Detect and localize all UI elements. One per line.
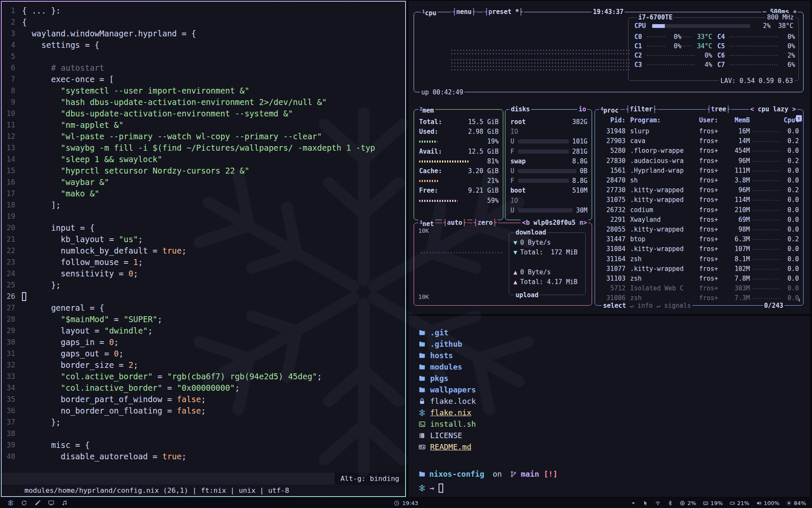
bar-sun-module[interactable]: 84% xyxy=(786,500,806,506)
line-number: 9 xyxy=(6,97,22,108)
process-row[interactable]: 28055.kitty-wrappedfros+98M0.0 xyxy=(599,225,799,235)
code-line[interactable]: 27 general = { xyxy=(6,302,405,314)
preset-button[interactable]: ┤preset *├ xyxy=(483,8,524,16)
process-row[interactable]: 5712Isolated Web Cfros+303M0.0 xyxy=(599,284,799,293)
net-zero-button[interactable]: ┤zero├ xyxy=(472,218,498,227)
wifi-icon xyxy=(655,500,661,506)
bar-refresh-button[interactable] xyxy=(21,500,27,506)
line-number: 36 xyxy=(6,405,22,417)
ram-icon xyxy=(703,500,708,506)
process-row[interactable]: 2291Xwaylandfros+69M0.0 xyxy=(599,215,799,225)
bar-ram-module[interactable]: 19% xyxy=(703,500,723,506)
code-line[interactable]: 25 }; xyxy=(6,279,405,291)
bar-pointer-module[interactable] xyxy=(643,500,648,506)
code-line[interactable]: 28 "$mainMod" = "SUPER"; xyxy=(6,314,405,325)
code-line[interactable]: 37 }; xyxy=(6,417,405,428)
code-line[interactable]: 35 border_part_of_window = false; xyxy=(6,394,405,405)
code-line[interactable]: 32 border_size = 2; xyxy=(6,359,405,371)
file-item: pkgs xyxy=(419,373,810,384)
terminal-window[interactable]: .git.githubhostsmodulespkgswallpapersfla… xyxy=(409,316,810,497)
code-line[interactable]: 21 kb_layout = "us"; xyxy=(6,234,405,245)
process-row[interactable]: 31447btopfros+6.3M0.2 xyxy=(599,235,799,244)
disks-io-toggle[interactable]: io xyxy=(577,105,587,113)
code-line[interactable]: 12 "wl-paste --primary --watch wl-copy -… xyxy=(6,131,405,142)
code-line[interactable]: 36 no_border_on_floating = false; xyxy=(6,405,405,417)
process-row[interactable]: 27830.audacious-wrafros+96M0.2 xyxy=(599,156,799,166)
code-line[interactable]: 18 ]; xyxy=(6,199,405,211)
code-line[interactable]: 33 "col.active_border" = "rgb(cba6f7) rg… xyxy=(6,371,405,382)
bar-caret-module[interactable] xyxy=(631,500,636,506)
process-row[interactable]: 28470shfros+3.8M0.0 xyxy=(599,176,799,185)
code-area[interactable]: 1{ ... }:2{3 wayland.windowManager.hyprl… xyxy=(2,2,405,496)
code-line[interactable]: 23 follow_mouse = 1; xyxy=(6,257,405,268)
code-line[interactable]: 13 "swaybg -m fill -i $(find ~/Pictures/… xyxy=(6,142,405,154)
code-line[interactable]: 20 input = { xyxy=(6,222,405,234)
code-line[interactable]: 26 xyxy=(6,291,405,302)
code-line[interactable]: 29 layout = "dwindle"; xyxy=(6,325,405,337)
code-line[interactable]: 24 sensitivity = 0; xyxy=(6,268,405,279)
process-row[interactable]: 31077.kitty-wrappedfros+102M0.0 xyxy=(599,264,799,274)
code-line[interactable]: 40 disable_autoreload = true; xyxy=(6,451,405,462)
code-line[interactable]: 15 "hyprctl setcursor Nordzy-cursors 22 … xyxy=(6,165,405,177)
prompt-directory: nixos-config xyxy=(429,468,484,480)
code-line[interactable]: 3 wayland.windowManager.hyprland = { xyxy=(6,28,405,39)
code-line[interactable]: 2{ xyxy=(6,17,405,28)
process-row[interactable]: 1561.Hyprland-wrapfros+111M0.0 xyxy=(599,166,799,176)
bar-pencil-button[interactable] xyxy=(35,500,41,506)
proc-footer-actions[interactable]: select ↵ info ↵ signals xyxy=(602,301,692,310)
process-row[interactable]: 31075.kitty-wrappedfros+114M0.0 xyxy=(599,195,799,205)
code-line[interactable]: 22 numlock_by_default = true; xyxy=(6,245,405,257)
bar-bt-module[interactable] xyxy=(667,500,673,506)
cpu-core-row: C00%33°C xyxy=(634,32,712,41)
code-line[interactable]: 19 xyxy=(6,211,405,222)
bar-wifi-module[interactable] xyxy=(655,500,661,506)
process-row[interactable]: 31103zshfros+7.8M0.0 xyxy=(599,274,799,284)
code-line[interactable]: 14 "sleep 1 && swaylock" xyxy=(6,154,405,165)
proc-filter-button[interactable]: ┤filter├ xyxy=(625,105,658,113)
code-line[interactable]: 30 gaps_in = 0; xyxy=(6,337,405,348)
bar-display-button[interactable] xyxy=(48,500,54,506)
code-line[interactable]: 34 "col.inactive_border" = "0x00000000"; xyxy=(6,382,405,394)
editor-window[interactable]: 1{ ... }:2{3 wayland.windowManager.hyprl… xyxy=(1,1,406,497)
code-line[interactable]: 16 "waybar &" xyxy=(6,177,405,188)
process-row[interactable]: 31164zshfros+8.1M0.0 xyxy=(599,254,799,264)
net-auto-button[interactable]: ┤auto├ xyxy=(442,218,467,227)
process-row[interactable]: 31084.kitty-wrappedfros+107M0.0 xyxy=(599,244,799,254)
code-line[interactable]: 38 xyxy=(6,428,405,439)
shell-prompt: nixos-config on main [!] xyxy=(419,468,810,480)
bar-hdd-module[interactable]: 21% xyxy=(730,500,749,506)
bar-chip-module[interactable]: 2% xyxy=(680,500,696,506)
process-table-header[interactable]: Pid:Program:User:MemBCpu% xyxy=(599,116,799,125)
scroll-up-indicator[interactable]: ↑ xyxy=(796,115,802,121)
bar-flake-button[interactable] xyxy=(8,500,14,506)
net-device-label[interactable]: <b wlp0s20f0u5 n> xyxy=(521,218,588,227)
line-number: 24 xyxy=(6,268,22,279)
process-row[interactable]: 5280.floorp-wrappefros+454M0.0 xyxy=(599,146,799,156)
code-line[interactable]: 7 exec-once = [ xyxy=(6,74,405,85)
code-line[interactable]: 10 "dbus-update-activation-environment -… xyxy=(6,108,405,119)
process-row[interactable]: 27730.kitty-wrappedfros+96M0.2 xyxy=(599,185,799,195)
disk-name-row: swap8.8G xyxy=(510,157,587,166)
code-line[interactable]: 11 "nm-applet &" xyxy=(6,119,405,131)
bar-clock-module[interactable]: 19:43 xyxy=(394,500,418,506)
bar-music-button[interactable] xyxy=(62,500,68,506)
code-line[interactable]: 17 "mako &" xyxy=(6,188,405,199)
code-line[interactable]: 6 # autostart xyxy=(6,62,405,74)
file-item: README.md xyxy=(419,441,810,453)
process-row[interactable]: 31948slurpfros+16M0.0 xyxy=(599,127,799,136)
code-line[interactable]: 8 "systemctl --user import-environment &… xyxy=(6,85,405,97)
process-row[interactable]: 26732codiumfros+210M0.0 xyxy=(599,205,799,215)
shell-input-line[interactable]: → xyxy=(419,482,810,494)
code-line[interactable]: 39 misc = { xyxy=(6,439,405,451)
code-line[interactable]: 4 settings = { xyxy=(6,39,405,51)
proc-sort-control[interactable]: < cpu lazy > xyxy=(749,105,797,113)
code-line[interactable]: 5 xyxy=(6,51,405,62)
lock-icon xyxy=(419,398,425,405)
proc-tree-button[interactable]: ┤tree├ xyxy=(706,105,731,113)
code-line[interactable]: 9 "hash dbus-update-activation-environme… xyxy=(6,97,405,108)
process-row[interactable]: 27903cavafros+14M0.2 xyxy=(599,136,799,146)
code-line[interactable]: 1{ ... }: xyxy=(6,5,405,17)
bar-vol-module[interactable]: 100% xyxy=(756,500,779,506)
code-line[interactable]: 31 gaps_out = 0; xyxy=(6,348,405,359)
menu-button[interactable]: ┤menu├ xyxy=(451,8,477,16)
